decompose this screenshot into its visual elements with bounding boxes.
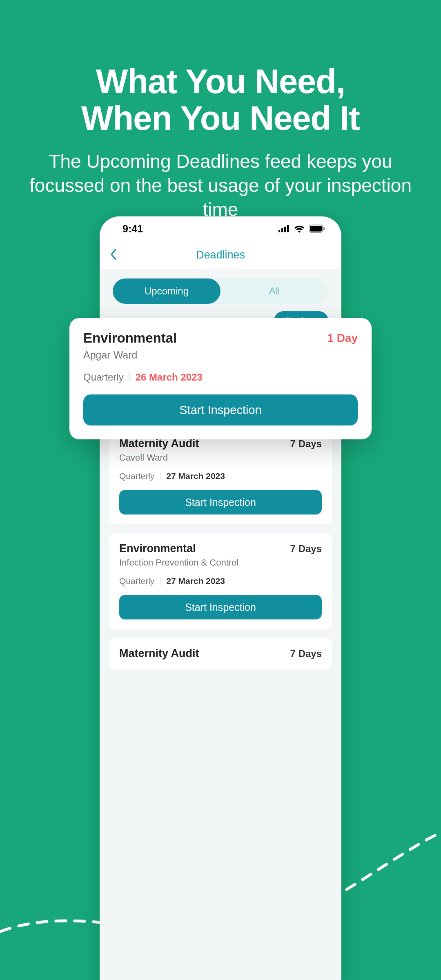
card-frequency: Quarterly xyxy=(119,576,154,586)
hero-title-line2: When You Need It xyxy=(81,99,360,137)
card-meta: Quarterly 26 March 2023 xyxy=(83,372,358,383)
svg-rect-1 xyxy=(281,228,283,232)
segmented-control: Upcoming All xyxy=(100,270,341,311)
deadline-card: Maternity Audit 7 Days Cavell Ward Quart… xyxy=(109,428,332,524)
card-subtitle: Apgar Ward xyxy=(83,349,358,361)
deadline-card: Maternity Audit 7 Days xyxy=(109,638,332,670)
svg-rect-6 xyxy=(323,227,325,230)
deadline-card: Environmental 7 Days Infection Preventio… xyxy=(109,533,332,629)
svg-rect-2 xyxy=(284,227,286,232)
card-frequency: Quarterly xyxy=(83,372,124,383)
meta-divider xyxy=(129,373,130,382)
svg-rect-5 xyxy=(310,226,322,232)
status-time: 9:41 xyxy=(122,223,143,235)
card-date: 27 March 2023 xyxy=(166,576,225,586)
start-inspection-label: Start Inspection xyxy=(185,497,256,508)
card-title: Maternity Audit xyxy=(119,647,199,660)
card-days-remaining: 7 Days xyxy=(290,543,322,555)
svg-rect-3 xyxy=(287,225,289,232)
hero-title: What You Need, When You Need It xyxy=(0,63,441,136)
svg-rect-0 xyxy=(278,230,280,232)
start-inspection-label: Start Inspection xyxy=(179,403,262,417)
hero-title-line1: What You Need, xyxy=(96,62,345,100)
nav-title: Deadlines xyxy=(196,249,245,261)
tab-all[interactable]: All xyxy=(220,278,328,304)
card-title: Environmental xyxy=(119,542,196,555)
card-days-remaining: 7 Days xyxy=(290,438,322,450)
meta-divider xyxy=(160,472,160,481)
card-title: Environmental xyxy=(83,330,177,346)
card-subtitle: Infection Prevention & Control xyxy=(119,557,322,568)
tab-upcoming-label: Upcoming xyxy=(145,285,189,297)
start-inspection-button[interactable]: Start Inspection xyxy=(119,490,322,514)
meta-divider xyxy=(160,577,160,586)
cellular-icon xyxy=(278,225,290,232)
card-meta: Quarterly 27 March 2023 xyxy=(119,471,322,481)
card-days-remaining: 7 Days xyxy=(290,648,322,659)
nav-bar: Deadlines xyxy=(100,241,341,270)
tab-upcoming[interactable]: Upcoming xyxy=(113,278,220,304)
wifi-icon xyxy=(294,225,305,233)
start-inspection-button[interactable]: Start Inspection xyxy=(119,595,322,619)
card-date: 26 March 2023 xyxy=(136,372,203,383)
start-inspection-label: Start Inspection xyxy=(185,601,256,613)
card-meta: Quarterly 27 March 2023 xyxy=(119,576,322,586)
card-subtitle: Cavell Ward xyxy=(119,452,322,463)
card-days-remaining: 1 Day xyxy=(327,332,358,345)
card-date: 27 March 2023 xyxy=(166,471,225,481)
battery-icon xyxy=(309,225,325,233)
hero-subtitle: The Upcoming Deadlines feed keeps you fo… xyxy=(0,149,441,222)
chevron-left-icon xyxy=(109,248,117,261)
deadline-card-highlighted: Environmental 1 Day Apgar Ward Quarterly… xyxy=(69,318,372,439)
back-button[interactable] xyxy=(109,248,117,262)
tab-all-label: All xyxy=(269,285,280,297)
card-frequency: Quarterly xyxy=(119,471,154,481)
start-inspection-button[interactable]: Start Inspection xyxy=(83,394,358,425)
status-bar: 9:41 xyxy=(100,216,341,241)
